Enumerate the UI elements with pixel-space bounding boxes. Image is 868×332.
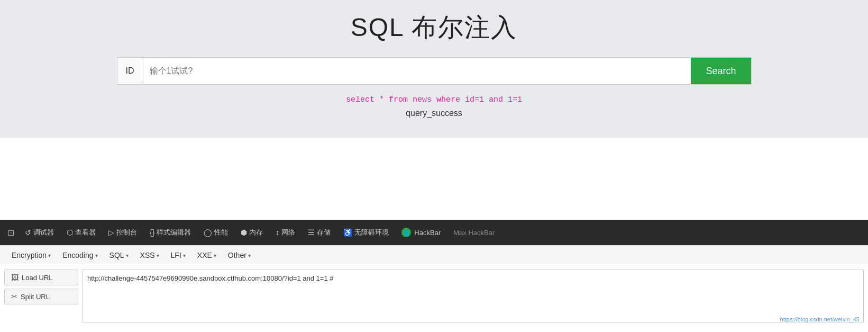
menu-xss[interactable]: XSS ▾ [135,249,165,262]
page-title: SQL 布尔注入 [351,11,518,44]
tab-memory[interactable]: ⬢ 内存 [235,225,268,240]
xxe-arrow-icon: ▾ [214,253,216,258]
menu-encryption[interactable]: Encryption ▾ [6,249,56,262]
menu-xxe[interactable]: XXE ▾ [192,249,222,262]
tab-hackbar[interactable]: 🌐 HackBar [396,225,446,240]
network-icon: ↕ [276,228,279,237]
load-url-button[interactable]: 🖼 Load URL [4,270,78,285]
sql-arrow-icon: ▾ [126,253,129,258]
tab-performance[interactable]: ◯ 性能 [198,225,233,240]
url-buttons: 🖼 Load URL ✂ Split URL [4,270,78,304]
tab-storage[interactable]: ☰ 存储 [303,225,336,240]
encryption-arrow-icon: ▾ [48,253,51,258]
search-input[interactable] [143,58,691,84]
storage-icon: ☰ [308,228,315,237]
sql-query: select * from news where id=1 and 1=1 [346,95,522,104]
menu-lfi[interactable]: LFI ▾ [166,249,191,262]
debugger-icon: ↺ [25,228,31,237]
hackbar-dot-icon: 🌐 [401,228,411,237]
split-url-button[interactable]: ✂ Split URL [4,289,78,304]
url-textarea-wrapper: https://blog.csdn.net/weixin_45 [83,270,864,325]
search-bar: ID Search [117,57,752,85]
tab-network[interactable]: ↕ 网络 [270,225,300,240]
load-url-icon: 🖼 [11,273,19,282]
xss-arrow-icon: ▾ [157,253,159,258]
inspector-icon: ⬡ [67,228,73,237]
lfi-arrow-icon: ▾ [183,253,186,258]
query-result: query_success [406,109,462,118]
search-label: ID [117,58,143,84]
hackbar-panel: Encryption ▾ Encoding ▾ SQL ▾ XSS ▾ LFI … [0,245,868,332]
menu-sql[interactable]: SQL ▾ [104,249,134,262]
console-icon: ▷ [108,228,114,237]
url-textarea[interactable] [83,270,864,322]
hackbar-body: 🖼 Load URL ✂ Split URL https://blog.csdn… [0,265,868,329]
memory-icon: ⬢ [241,228,247,237]
max-hackbar-tab[interactable]: Max HackBar [448,226,500,240]
white-gap [0,138,868,220]
accessibility-icon: ♿ [343,228,352,237]
tab-accessibility[interactable]: ♿ 无障碍环境 [338,225,394,240]
search-button[interactable]: Search [691,58,751,84]
devtools-bar: ⊡ ↺ 调试器 ⬡ 查看器 ▷ 控制台 {} 样式编辑器 ◯ 性能 ⬢ 内存 ↕… [0,220,868,245]
tab-console[interactable]: ▷ 控制台 [103,225,142,240]
hackbar-menu: Encryption ▾ Encoding ▾ SQL ▾ XSS ▾ LFI … [0,246,868,265]
performance-icon: ◯ [204,228,212,237]
menu-encoding[interactable]: Encoding ▾ [57,249,103,262]
bottom-link[interactable]: https://blog.csdn.net/weixin_45 [780,316,860,322]
split-url-icon: ✂ [11,292,17,301]
tab-inspector[interactable]: ⬡ 查看器 [61,225,101,240]
style-icon: {} [150,228,154,237]
encoding-arrow-icon: ▾ [95,253,98,258]
menu-other[interactable]: Other ▾ [223,249,256,262]
devtools-home-icon[interactable]: ⊡ [4,226,17,240]
main-content: SQL 布尔注入 ID Search select * from news wh… [0,0,868,138]
tab-style-editor[interactable]: {} 样式编辑器 [144,225,196,240]
tab-debugger[interactable]: ↺ 调试器 [20,225,59,240]
other-arrow-icon: ▾ [248,253,251,258]
